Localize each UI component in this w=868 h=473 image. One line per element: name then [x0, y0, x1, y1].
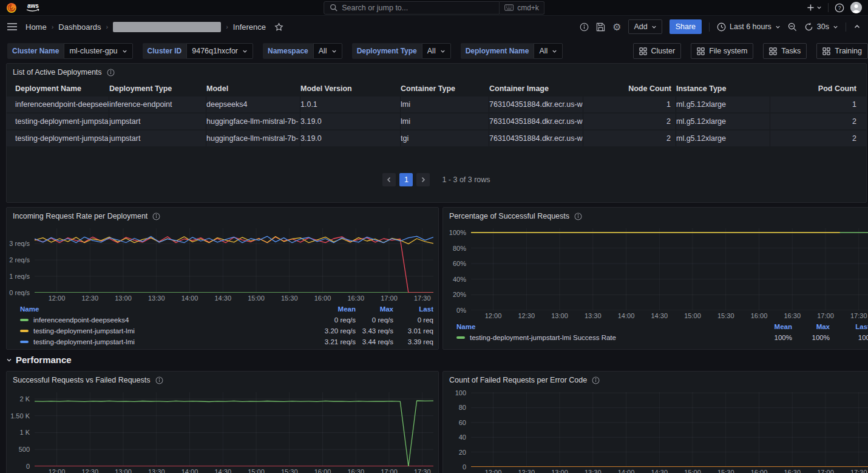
- filter-label: Deployment Type: [352, 43, 422, 59]
- info-icon[interactable]: [152, 213, 160, 220]
- prev-page-button[interactable]: [382, 173, 396, 186]
- info-icon[interactable]: [592, 376, 600, 384]
- x-tick-label: 13:30: [585, 469, 602, 473]
- legend-header-name[interactable]: Name: [20, 305, 308, 313]
- panel-info-toolbar-icon[interactable]: [580, 22, 589, 32]
- table-cell: inferenceendpoint-deepseek: [15, 97, 109, 112]
- chart-plot[interactable]: [35, 392, 433, 466]
- filter-namespace: NamespaceAll: [263, 43, 342, 59]
- legend-series-name[interactable]: testing-deployment-jumpstart-lmi: [20, 327, 308, 335]
- column-header-instance-type[interactable]: Instance Type: [676, 81, 770, 97]
- grafana-logo-icon[interactable]: [6, 2, 17, 13]
- add-button[interactable]: Add: [628, 19, 662, 34]
- settings-gear-icon[interactable]: ⚙: [612, 21, 621, 33]
- y-tick-label: 40%: [453, 276, 466, 283]
- legend-header-max[interactable]: Max: [356, 305, 393, 313]
- x-tick-label: 15:30: [717, 312, 734, 319]
- info-icon[interactable]: [107, 69, 115, 77]
- column-header-pod-count[interactable]: Pod Count: [770, 81, 861, 97]
- column-header-model-version[interactable]: Model Version: [300, 81, 401, 97]
- column-header-node-count[interactable]: Node Count: [583, 81, 676, 97]
- chevron-down-icon: [775, 24, 781, 30]
- filter-cluster-id: Cluster ID9476q1hxcfor: [143, 43, 253, 59]
- legend-header-last[interactable]: Last: [830, 323, 868, 330]
- x-tick-label: 12:00: [49, 294, 66, 302]
- x-axis-labels: 12:0012:3013:0013:3014:0014:3015:0015:30…: [35, 466, 433, 473]
- chart-plot[interactable]: [35, 228, 433, 293]
- table-cell: 1: [770, 97, 861, 112]
- quick-link-tasks[interactable]: Tasks: [763, 43, 807, 59]
- grid-apps-icon: [697, 47, 705, 55]
- y-tick-label: 80: [459, 404, 466, 411]
- incoming-request-rate-panel: Incoming Request Rate per Deployment0 re…: [6, 207, 439, 350]
- panel-title: List of Active Deployments: [13, 68, 102, 77]
- filter-value-dropdown[interactable]: ml-cluster-gpu: [64, 43, 132, 59]
- menu-icon[interactable]: [7, 23, 17, 30]
- save-icon[interactable]: [596, 22, 605, 32]
- add-plus-icon[interactable]: [807, 4, 822, 12]
- next-page-button[interactable]: [416, 173, 430, 186]
- help-icon[interactable]: ?: [835, 3, 844, 13]
- column-header-deployment-name[interactable]: Deployment Name: [15, 81, 109, 97]
- legend-series-name[interactable]: testing-deployment-jumpstart-lmi Success…: [456, 334, 745, 341]
- table-body: inferenceendpoint-deepseekinference-endp…: [7, 97, 866, 146]
- x-tick-label: 17:30: [850, 469, 867, 473]
- refresh-picker[interactable]: 30s: [804, 22, 838, 32]
- user-avatar[interactable]: [850, 2, 862, 13]
- filter-label: Cluster Name: [7, 43, 64, 59]
- filter-value-dropdown[interactable]: All: [422, 43, 451, 59]
- legend-series-name[interactable]: inferenceendpoint-deepseeks4: [20, 316, 308, 324]
- quick-link-training[interactable]: Training: [816, 43, 868, 59]
- filter-label: Deployment Name: [461, 43, 534, 59]
- star-icon[interactable]: [274, 22, 283, 32]
- time-range-picker[interactable]: Last 6 hours: [717, 22, 781, 32]
- chart-plot[interactable]: [471, 228, 868, 310]
- info-icon[interactable]: [155, 376, 163, 384]
- table-cell: 2: [770, 131, 861, 146]
- legend-max-value: 100%: [792, 334, 830, 341]
- quick-link-label: Training: [835, 47, 862, 55]
- search-input[interactable]: Search or jump to...: [324, 1, 500, 15]
- breadcrumb-redacted-folder[interactable]: [113, 22, 221, 32]
- search-placeholder: Search or jump to...: [342, 4, 408, 12]
- legend-header-mean[interactable]: Mean: [745, 323, 792, 330]
- keyboard-icon: [504, 4, 514, 11]
- x-axis-labels: 12:0012:3013:0013:3014:0014:3015:0015:30…: [471, 310, 868, 321]
- svg-text:aws: aws: [27, 2, 39, 9]
- share-button[interactable]: Share: [670, 19, 702, 34]
- filter-value-dropdown[interactable]: All: [313, 43, 342, 59]
- table-cell: ml.g5.12xlarge: [676, 114, 770, 129]
- column-header-container-image[interactable]: Container Image: [489, 81, 583, 97]
- quick-link-file-system[interactable]: File system: [691, 43, 753, 59]
- zoom-out-icon[interactable]: [788, 22, 797, 32]
- current-page-button[interactable]: 1: [399, 173, 413, 186]
- x-tick-label: 17:00: [381, 294, 398, 302]
- table-cell: lmi: [401, 97, 489, 112]
- collapse-chevron-up-icon[interactable]: [853, 23, 861, 30]
- info-icon[interactable]: [574, 213, 582, 220]
- legend-header-mean[interactable]: Mean: [308, 305, 356, 313]
- x-tick-label: 13:30: [148, 468, 165, 473]
- legend-header-last[interactable]: Last: [393, 305, 433, 313]
- column-header-model[interactable]: Model: [206, 81, 300, 97]
- clock-icon: [717, 22, 726, 32]
- performance-section-header[interactable]: Performance: [6, 355, 72, 365]
- y-tick-label: 1 K: [19, 429, 30, 436]
- filter-value-dropdown[interactable]: All: [534, 43, 563, 59]
- x-tick-label: 16:00: [751, 469, 768, 473]
- legend-header-max[interactable]: Max: [792, 323, 830, 330]
- y-tick-label: 40: [459, 434, 466, 441]
- chart-plot[interactable]: [471, 392, 868, 467]
- filter-label: Namespace: [263, 43, 313, 59]
- x-tick-label: 15:00: [248, 294, 265, 302]
- legend-series-name[interactable]: testing-deployment-jumpstart-lmi: [20, 338, 308, 345]
- filter-value-dropdown[interactable]: 9476q1hxcfor: [186, 43, 253, 59]
- breadcrumb-home[interactable]: Home: [25, 22, 47, 32]
- filter-deployment-type: Deployment TypeAll: [352, 43, 451, 59]
- breadcrumb-dashboards[interactable]: Dashboards: [58, 22, 101, 32]
- column-header-container-type[interactable]: Container Type: [401, 81, 489, 97]
- column-header-deployment-type[interactable]: Deployment Type: [109, 81, 206, 97]
- x-tick-label: 12:30: [518, 312, 535, 319]
- legend-header-name[interactable]: Name: [456, 323, 745, 330]
- quick-link-cluster[interactable]: Cluster: [633, 43, 682, 59]
